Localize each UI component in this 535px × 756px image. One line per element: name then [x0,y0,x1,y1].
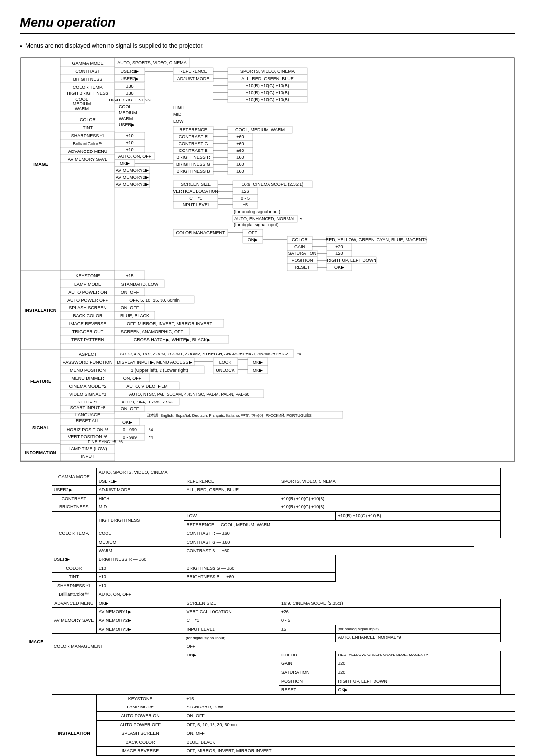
svg-text:±10(R) ±10(G) ±10(B): ±10(R) ±10(G) ±10(B) [246,83,289,88]
off-label: OFF [184,642,279,651]
svg-text:AUTO, 4:3, 16:9, ZOOM, ZOOM1, : AUTO, 4:3, 16:9, ZOOM, ZOOM1, ZOOM2, STR… [120,352,288,356]
svg-text:RIGHT UP, LEFT DOWN: RIGHT UP, LEFT DOWN [327,258,376,263]
low-label: LOW [184,511,336,520]
svg-text:CONTRAST R: CONTRAST R [179,134,208,139]
color-val: ±10 [96,564,184,573]
svg-text:ON, OFF: ON, OFF [121,290,139,295]
user-entry: USER▶ [52,555,96,564]
svg-text:WARM: WARM [75,106,89,111]
color-options: RED, YELLOW, GREEN, CYAN, BLUE, MAGENTA [336,651,501,659]
svg-text:INPUT: INPUT [81,454,95,459]
svg-text:BRIGHTNESS R: BRIGHTNESS R [176,155,210,160]
svg-text:POSITION: POSITION [291,258,313,263]
svg-text:REFERENCE: REFERENCE [179,127,207,132]
svg-text:DISPLAY INPUT▶, MENU ACCESS▶: DISPLAY INPUT▶, MENU ACCESS▶ [117,360,192,365]
svg-text:(for analog signal input): (for analog signal input) [234,209,280,214]
svg-text:SETUP     *1: SETUP *1 [78,400,98,404]
svg-text:COOL: COOL [75,97,88,101]
svg-text:0 - 999: 0 - 999 [123,435,137,440]
screen-size-val: 16:9, CINEMA SCOPE (2.35:1) [279,599,500,607]
vert-loc-label: VERTICAL LOCATION [184,607,279,616]
color-entry: COLOR [279,651,335,659]
contrast-r-val [474,529,501,538]
svg-text:OK▶: OK▶ [120,161,130,166]
menu-diagram: IMAGE INSTALLATION FEATURE SIGNAL INFORM… [20,57,515,463]
svg-text:COOL: COOL [119,104,132,109]
adjust-mode-value: ALL, RED, GREEN, BLUE [184,486,501,495]
input-level-label: INPUT LEVEL [184,625,279,634]
svg-text:ON, OFF: ON, OFF [121,406,139,411]
contrast-high-val: ±10(R) ±10(G) ±10(B) [279,494,500,503]
svg-text:*4: *4 [297,352,301,356]
gamma-mode-label: GAMMA MODE [52,468,96,486]
av2: AV MEMORY2▶ [96,616,184,625]
svg-text:HIGH: HIGH [173,105,185,110]
svg-text:COLOR: COLOR [292,237,308,242]
svg-text:ADVANCED MENU: ADVANCED MENU [68,149,107,154]
svg-text:±10: ±10 [126,133,134,138]
gamma-mode-value: AUTO, SPORTS, VIDEO, CINEMA [96,468,500,477]
brilliant-val: AUTO, ON, OFF [96,590,279,599]
svg-text:HORIZ.POSITION *6: HORIZ.POSITION *6 [67,427,109,432]
cat-image: IMAGE [33,162,48,167]
on-entry: ON▶ [184,651,279,659]
ok-entry: OK▶ [96,599,184,607]
digital-val: AUTO, ENHANCED, NORMAL *9 [336,634,501,642]
svg-text:MENU DIMMER: MENU DIMMER [71,376,104,381]
position-label: POSITION [279,677,335,686]
img-rev-label: IMAGE REVERSE [96,747,184,756]
svg-text:GAIN: GAIN [294,244,305,249]
brightness-label: BRIGHTNESS [52,503,96,512]
splash-label: SPLASH SCREEN [96,729,184,738]
svg-text:HIGH BRIGHTNESS: HIGH BRIGHTNESS [67,91,108,96]
svg-text:±60: ±60 [237,134,244,139]
color-label: COLOR [52,564,96,573]
reference-value: SPORTS, VIDEO, CINEMA [279,477,500,486]
svg-text:PASSWORD FUNCTION: PASSWORD FUNCTION [63,360,113,365]
svg-text:ADJUST MODE: ADJUST MODE [177,76,209,81]
svg-text:OFF, MIRROR, INVERT, MIRROR IN: OFF, MIRROR, INVERT, MIRROR INVERT [127,321,213,326]
brightness-b: BRIGHTNESS B — ±60 [184,573,336,582]
svg-text:SCREEN, ANAMORPHIC, OFF: SCREEN, ANAMORPHIC, OFF [121,329,184,334]
svg-text:AUTO, NTSC, PAL, SECAM, 4.43NT: AUTO, NTSC, PAL, SECAM, 4.43NTSC, PAL-M,… [129,392,250,397]
svg-text:AUTO, OFF, 3.75%, 7.5%: AUTO, OFF, 3.75%, 7.5% [122,400,173,404]
svg-text:AUTO POWER OFF: AUTO POWER OFF [67,298,108,302]
back-color-label: BACK COLOR [96,738,184,747]
svg-text:±15: ±15 [126,273,134,278]
svg-text:AV MEMORY3▶: AV MEMORY3▶ [116,182,149,187]
svg-text:LANGUAGE: LANGUAGE [75,412,100,417]
svg-text:±5: ±5 [243,202,248,207]
svg-text:16:9, CINEMA SCOPE (2.35:1): 16:9, CINEMA SCOPE (2.35:1) [242,182,304,187]
color-temp-label: COLOR TEMP. [52,511,96,555]
brightness-g: BRIGHTNESS G — ±60 [184,564,336,573]
svg-text:±30: ±30 [126,84,134,89]
svg-text:USER▶: USER▶ [119,122,135,127]
contrast-r: CONTRAST R — ±60 [184,529,474,538]
high-brightness: HIGH BRIGHTNESS [96,511,184,529]
brilliant-label: BrilliantColor™ [52,590,96,599]
cat-installation: INSTALLATION [25,308,57,313]
contrast-mid: MID [96,503,279,512]
cti-label: CTI *1 [184,616,279,625]
keystone-label: KEYSTONE [96,694,184,703]
svg-text:COLOR MANAGEMENT: COLOR MANAGEMENT [176,230,225,235]
cat-signal: SIGNAL [32,425,50,430]
svg-text:LOW: LOW [173,119,184,124]
medium-label: MEDIUM [96,538,184,547]
svg-text:CROSS HATCH▶, WHITE▶, BLACK▶: CROSS HATCH▶, WHITE▶, BLACK▶ [134,337,210,342]
svg-text:AV MEMORY1▶: AV MEMORY1▶ [116,168,149,173]
advanced-menu-label: ADVANCED MENU [52,599,96,607]
svg-text:REFERENCE: REFERENCE [179,69,207,74]
svg-text:±10(R) ±10(G) ±10(B): ±10(R) ±10(G) ±10(B) [246,97,289,102]
contrast-mid-val: ±10(R) ±10(G) ±10(B) [279,503,500,512]
reset-label: RESET [279,686,335,695]
user1-label: USER1▶ [96,477,184,486]
reset-val: OK▶ [336,686,501,695]
img-rev-val: OFF, MIRROR, INVERT, MIRROR INVERT [184,747,515,756]
svg-text:±60: ±60 [237,162,244,167]
av3: AV MEMORY3▶ [96,625,184,634]
svg-text:ASPECT: ASPECT [79,352,97,357]
svg-text:BRIGHTNESS G: BRIGHTNESS G [176,162,210,167]
tint-val: ±10 [96,573,184,582]
svg-text:CONTRAST G: CONTRAST G [179,141,208,146]
